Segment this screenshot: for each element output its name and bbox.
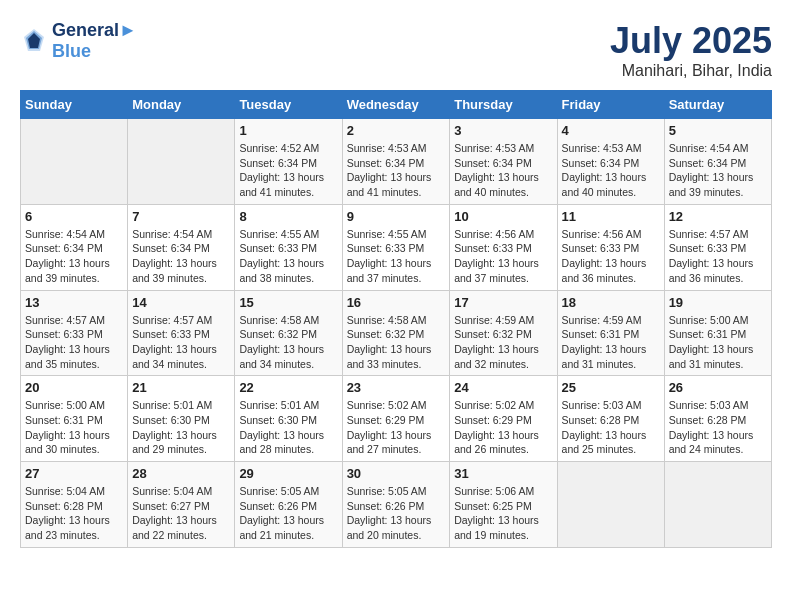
day-number: 28 bbox=[132, 466, 230, 481]
calendar-cell: 24Sunrise: 5:02 AM Sunset: 6:29 PM Dayli… bbox=[450, 376, 557, 462]
calendar-cell: 11Sunrise: 4:56 AM Sunset: 6:33 PM Dayli… bbox=[557, 204, 664, 290]
weekday-header: Friday bbox=[557, 91, 664, 119]
day-info: Sunrise: 4:54 AM Sunset: 6:34 PM Dayligh… bbox=[132, 227, 230, 286]
calendar-cell bbox=[557, 462, 664, 548]
calendar-cell: 7Sunrise: 4:54 AM Sunset: 6:34 PM Daylig… bbox=[128, 204, 235, 290]
location: Manihari, Bihar, India bbox=[610, 62, 772, 80]
day-number: 16 bbox=[347, 295, 446, 310]
day-number: 15 bbox=[239, 295, 337, 310]
calendar-week-row: 20Sunrise: 5:00 AM Sunset: 6:31 PM Dayli… bbox=[21, 376, 772, 462]
day-number: 31 bbox=[454, 466, 552, 481]
day-info: Sunrise: 4:55 AM Sunset: 6:33 PM Dayligh… bbox=[239, 227, 337, 286]
day-number: 27 bbox=[25, 466, 123, 481]
page-header: General► Blue July 2025 Manihari, Bihar,… bbox=[20, 20, 772, 80]
calendar-cell: 20Sunrise: 5:00 AM Sunset: 6:31 PM Dayli… bbox=[21, 376, 128, 462]
day-info: Sunrise: 4:54 AM Sunset: 6:34 PM Dayligh… bbox=[669, 141, 767, 200]
calendar-cell: 2Sunrise: 4:53 AM Sunset: 6:34 PM Daylig… bbox=[342, 119, 450, 205]
calendar-cell: 31Sunrise: 5:06 AM Sunset: 6:25 PM Dayli… bbox=[450, 462, 557, 548]
calendar-cell: 19Sunrise: 5:00 AM Sunset: 6:31 PM Dayli… bbox=[664, 290, 771, 376]
day-info: Sunrise: 4:52 AM Sunset: 6:34 PM Dayligh… bbox=[239, 141, 337, 200]
header-row: SundayMondayTuesdayWednesdayThursdayFrid… bbox=[21, 91, 772, 119]
calendar-cell: 9Sunrise: 4:55 AM Sunset: 6:33 PM Daylig… bbox=[342, 204, 450, 290]
calendar-cell: 8Sunrise: 4:55 AM Sunset: 6:33 PM Daylig… bbox=[235, 204, 342, 290]
calendar-cell: 26Sunrise: 5:03 AM Sunset: 6:28 PM Dayli… bbox=[664, 376, 771, 462]
day-info: Sunrise: 4:59 AM Sunset: 6:31 PM Dayligh… bbox=[562, 313, 660, 372]
day-info: Sunrise: 5:00 AM Sunset: 6:31 PM Dayligh… bbox=[25, 398, 123, 457]
calendar-week-row: 13Sunrise: 4:57 AM Sunset: 6:33 PM Dayli… bbox=[21, 290, 772, 376]
calendar-cell bbox=[21, 119, 128, 205]
day-info: Sunrise: 5:01 AM Sunset: 6:30 PM Dayligh… bbox=[239, 398, 337, 457]
day-info: Sunrise: 4:53 AM Sunset: 6:34 PM Dayligh… bbox=[454, 141, 552, 200]
calendar-cell: 14Sunrise: 4:57 AM Sunset: 6:33 PM Dayli… bbox=[128, 290, 235, 376]
day-info: Sunrise: 5:03 AM Sunset: 6:28 PM Dayligh… bbox=[562, 398, 660, 457]
day-info: Sunrise: 4:57 AM Sunset: 6:33 PM Dayligh… bbox=[669, 227, 767, 286]
day-info: Sunrise: 4:58 AM Sunset: 6:32 PM Dayligh… bbox=[347, 313, 446, 372]
day-number: 11 bbox=[562, 209, 660, 224]
day-info: Sunrise: 4:56 AM Sunset: 6:33 PM Dayligh… bbox=[562, 227, 660, 286]
day-info: Sunrise: 4:55 AM Sunset: 6:33 PM Dayligh… bbox=[347, 227, 446, 286]
weekday-header: Saturday bbox=[664, 91, 771, 119]
calendar-cell: 18Sunrise: 4:59 AM Sunset: 6:31 PM Dayli… bbox=[557, 290, 664, 376]
calendar-week-row: 1Sunrise: 4:52 AM Sunset: 6:34 PM Daylig… bbox=[21, 119, 772, 205]
day-number: 20 bbox=[25, 380, 123, 395]
day-number: 9 bbox=[347, 209, 446, 224]
title-block: July 2025 Manihari, Bihar, India bbox=[610, 20, 772, 80]
day-number: 1 bbox=[239, 123, 337, 138]
calendar-cell: 29Sunrise: 5:05 AM Sunset: 6:26 PM Dayli… bbox=[235, 462, 342, 548]
day-info: Sunrise: 4:58 AM Sunset: 6:32 PM Dayligh… bbox=[239, 313, 337, 372]
calendar-cell: 25Sunrise: 5:03 AM Sunset: 6:28 PM Dayli… bbox=[557, 376, 664, 462]
day-number: 29 bbox=[239, 466, 337, 481]
day-number: 2 bbox=[347, 123, 446, 138]
calendar-cell: 12Sunrise: 4:57 AM Sunset: 6:33 PM Dayli… bbox=[664, 204, 771, 290]
calendar-cell: 21Sunrise: 5:01 AM Sunset: 6:30 PM Dayli… bbox=[128, 376, 235, 462]
calendar-cell: 28Sunrise: 5:04 AM Sunset: 6:27 PM Dayli… bbox=[128, 462, 235, 548]
day-info: Sunrise: 5:03 AM Sunset: 6:28 PM Dayligh… bbox=[669, 398, 767, 457]
calendar-table: SundayMondayTuesdayWednesdayThursdayFrid… bbox=[20, 90, 772, 548]
day-number: 12 bbox=[669, 209, 767, 224]
day-info: Sunrise: 4:54 AM Sunset: 6:34 PM Dayligh… bbox=[25, 227, 123, 286]
day-info: Sunrise: 4:57 AM Sunset: 6:33 PM Dayligh… bbox=[25, 313, 123, 372]
logo: General► Blue bbox=[20, 20, 137, 62]
day-number: 26 bbox=[669, 380, 767, 395]
calendar-cell: 23Sunrise: 5:02 AM Sunset: 6:29 PM Dayli… bbox=[342, 376, 450, 462]
day-info: Sunrise: 5:02 AM Sunset: 6:29 PM Dayligh… bbox=[347, 398, 446, 457]
weekday-header: Wednesday bbox=[342, 91, 450, 119]
calendar-cell bbox=[664, 462, 771, 548]
calendar-cell: 4Sunrise: 4:53 AM Sunset: 6:34 PM Daylig… bbox=[557, 119, 664, 205]
day-info: Sunrise: 4:56 AM Sunset: 6:33 PM Dayligh… bbox=[454, 227, 552, 286]
day-info: Sunrise: 5:04 AM Sunset: 6:28 PM Dayligh… bbox=[25, 484, 123, 543]
calendar-cell: 22Sunrise: 5:01 AM Sunset: 6:30 PM Dayli… bbox=[235, 376, 342, 462]
day-number: 4 bbox=[562, 123, 660, 138]
day-info: Sunrise: 4:59 AM Sunset: 6:32 PM Dayligh… bbox=[454, 313, 552, 372]
day-info: Sunrise: 5:01 AM Sunset: 6:30 PM Dayligh… bbox=[132, 398, 230, 457]
day-info: Sunrise: 5:06 AM Sunset: 6:25 PM Dayligh… bbox=[454, 484, 552, 543]
day-info: Sunrise: 5:05 AM Sunset: 6:26 PM Dayligh… bbox=[239, 484, 337, 543]
weekday-header: Monday bbox=[128, 91, 235, 119]
day-number: 23 bbox=[347, 380, 446, 395]
day-number: 5 bbox=[669, 123, 767, 138]
day-number: 19 bbox=[669, 295, 767, 310]
calendar-week-row: 6Sunrise: 4:54 AM Sunset: 6:34 PM Daylig… bbox=[21, 204, 772, 290]
logo-icon bbox=[20, 27, 48, 55]
weekday-header: Tuesday bbox=[235, 91, 342, 119]
day-number: 25 bbox=[562, 380, 660, 395]
day-info: Sunrise: 4:53 AM Sunset: 6:34 PM Dayligh… bbox=[562, 141, 660, 200]
day-number: 10 bbox=[454, 209, 552, 224]
day-info: Sunrise: 5:02 AM Sunset: 6:29 PM Dayligh… bbox=[454, 398, 552, 457]
day-info: Sunrise: 5:05 AM Sunset: 6:26 PM Dayligh… bbox=[347, 484, 446, 543]
calendar-cell: 15Sunrise: 4:58 AM Sunset: 6:32 PM Dayli… bbox=[235, 290, 342, 376]
day-number: 13 bbox=[25, 295, 123, 310]
calendar-cell bbox=[128, 119, 235, 205]
day-info: Sunrise: 4:57 AM Sunset: 6:33 PM Dayligh… bbox=[132, 313, 230, 372]
day-number: 8 bbox=[239, 209, 337, 224]
day-number: 6 bbox=[25, 209, 123, 224]
day-number: 30 bbox=[347, 466, 446, 481]
day-info: Sunrise: 5:04 AM Sunset: 6:27 PM Dayligh… bbox=[132, 484, 230, 543]
calendar-cell: 6Sunrise: 4:54 AM Sunset: 6:34 PM Daylig… bbox=[21, 204, 128, 290]
calendar-cell: 17Sunrise: 4:59 AM Sunset: 6:32 PM Dayli… bbox=[450, 290, 557, 376]
day-info: Sunrise: 5:00 AM Sunset: 6:31 PM Dayligh… bbox=[669, 313, 767, 372]
calendar-cell: 27Sunrise: 5:04 AM Sunset: 6:28 PM Dayli… bbox=[21, 462, 128, 548]
weekday-header: Thursday bbox=[450, 91, 557, 119]
calendar-cell: 13Sunrise: 4:57 AM Sunset: 6:33 PM Dayli… bbox=[21, 290, 128, 376]
logo-text: General► Blue bbox=[52, 20, 137, 62]
